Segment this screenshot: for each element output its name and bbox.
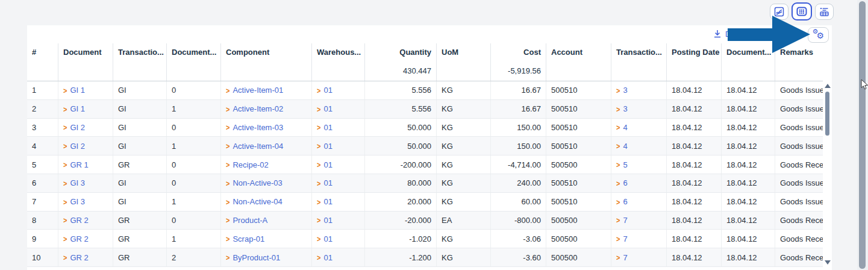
- cell-num: 2: [27, 100, 58, 118]
- component-link[interactable]: ByProduct-01: [233, 253, 280, 262]
- component-link[interactable]: Non-Active-04: [233, 197, 282, 206]
- cell-warehouse: >01: [312, 155, 365, 174]
- component-link[interactable]: Active-Item-01: [233, 86, 283, 95]
- document-link[interactable]: GI 3: [70, 178, 85, 187]
- warehouse-link[interactable]: 01: [323, 234, 332, 243]
- cell-warehouse: >01: [312, 81, 365, 99]
- warehouse-link[interactable]: 01: [323, 86, 332, 95]
- document-link[interactable]: GI 2: [70, 123, 85, 132]
- table-row: 2>GI 1GI1>Active-Item-02>015.556KG16.675…: [27, 100, 823, 119]
- column-header-uom[interactable]: UoM: [437, 43, 491, 61]
- cell-num: 6: [27, 174, 58, 192]
- chevron-right-icon: >: [317, 179, 320, 187]
- document-link[interactable]: GR 2: [70, 234, 88, 243]
- column-header-account[interactable]: Account: [546, 43, 611, 61]
- cell-cost: 16.67: [491, 100, 546, 118]
- document-link[interactable]: GR 1: [70, 160, 88, 169]
- document-link[interactable]: GR 2: [70, 253, 88, 262]
- trans_no-link[interactable]: 7: [623, 216, 627, 225]
- trans_no-link[interactable]: 4: [623, 142, 627, 151]
- settings-button[interactable]: ⚙⚙: [808, 27, 829, 43]
- chevron-right-icon: >: [317, 253, 320, 262]
- cell-document_date: 18.04.12: [722, 100, 775, 118]
- cell-doc_item: 0: [167, 212, 221, 230]
- page-scrollbar: [857, 0, 868, 270]
- warehouse-link[interactable]: 01: [323, 123, 332, 132]
- component-link[interactable]: Recipe-02: [233, 160, 268, 169]
- component-link[interactable]: Active-Item-03: [233, 123, 283, 132]
- table-scrollbar-thumb[interactable]: [825, 92, 829, 136]
- cell-component: >Active-Item-03: [221, 119, 312, 137]
- document-link[interactable]: GI 3: [70, 197, 85, 206]
- warehouse-link[interactable]: 01: [323, 216, 332, 225]
- cell-uom: KG: [437, 155, 491, 174]
- cell-cost: 150.00: [491, 137, 546, 155]
- document-link[interactable]: GI 2: [70, 142, 85, 151]
- warehouse-link[interactable]: 01: [323, 197, 332, 206]
- cell-posting_date: 18.04.12: [667, 212, 722, 230]
- trans_no-link[interactable]: 3: [623, 86, 627, 95]
- column-header-document[interactable]: Document: [58, 43, 113, 61]
- trans_no-link[interactable]: 4: [623, 123, 627, 132]
- trans_no-link[interactable]: 5: [623, 160, 627, 169]
- warehouse-link[interactable]: 01: [323, 178, 332, 187]
- column-header-trans_type[interactable]: Transactio...: [113, 43, 167, 61]
- cell-doc_item: 0: [167, 81, 221, 99]
- warehouse-link[interactable]: 01: [323, 142, 332, 151]
- column-header-warehouse[interactable]: Warehous...: [312, 43, 365, 61]
- chevron-right-icon: >: [63, 124, 67, 132]
- header-label-row: #DocumentTransactio...Document...Compone…: [27, 43, 823, 61]
- column-header-doc_item[interactable]: Document...: [167, 43, 221, 61]
- chevron-right-icon: >: [226, 234, 229, 243]
- document-link[interactable]: GI 1: [70, 86, 85, 95]
- column-header-remarks[interactable]: Remarks: [775, 43, 823, 61]
- column-header-component[interactable]: Component: [221, 43, 312, 61]
- column-header-posting_date[interactable]: Posting Date: [667, 43, 722, 61]
- line-chart-icon: [774, 7, 784, 17]
- cell-num: 5: [27, 155, 58, 174]
- chevron-right-icon: >: [63, 86, 67, 95]
- column-header-cost[interactable]: Cost: [491, 43, 546, 61]
- cell-component: >Scrap-01: [221, 230, 312, 248]
- trans_no-link[interactable]: 3: [623, 104, 627, 113]
- trans_no-link[interactable]: 7: [623, 234, 627, 243]
- trans_no-link[interactable]: 7: [623, 253, 627, 262]
- component-link[interactable]: Active-Item-04: [233, 142, 283, 151]
- cell-document_date: 18.04.12: [722, 137, 775, 155]
- warehouse-link[interactable]: 01: [323, 104, 332, 113]
- chevron-right-icon: >: [616, 124, 620, 132]
- column-header-document_date[interactable]: Document...: [722, 43, 775, 61]
- cell-uom: EA: [437, 212, 491, 230]
- chart-table-view-button[interactable]: [815, 4, 834, 20]
- cell-component: >ByProduct-01: [221, 248, 312, 266]
- table-header: #DocumentTransactio...Document...Compone…: [27, 43, 823, 81]
- component-link[interactable]: Scrap-01: [233, 234, 264, 243]
- component-link[interactable]: Product-A: [233, 216, 267, 225]
- trans_no-link[interactable]: 6: [623, 178, 627, 187]
- cell-trans_no: >3: [611, 100, 667, 118]
- scroll-up-arrow-icon[interactable]: [825, 84, 831, 88]
- warehouse-link[interactable]: 01: [323, 160, 332, 169]
- column-header-quantity[interactable]: Quantity: [365, 43, 437, 61]
- cell-document: >GI 2: [58, 137, 113, 155]
- chevron-right-icon: >: [63, 253, 67, 262]
- component-link[interactable]: Non-Active-03: [233, 178, 282, 187]
- page-scrollbar-thumb[interactable]: [859, 1, 866, 269]
- cell-trans_no: >7: [611, 230, 667, 248]
- trans_no-link[interactable]: 6: [623, 197, 627, 206]
- download-button[interactable]: Download: [713, 29, 760, 39]
- warehouse-link[interactable]: 01: [323, 253, 332, 262]
- document-link[interactable]: GI 1: [70, 104, 85, 113]
- component-link[interactable]: Active-Item-02: [233, 104, 283, 113]
- document-link[interactable]: GR 2: [70, 216, 88, 225]
- column-header-trans_no[interactable]: Transactio...: [611, 43, 667, 61]
- gears-icon: ⚙⚙: [813, 30, 825, 40]
- cell-trans_type: GR: [113, 155, 167, 174]
- cell-trans_type: GI: [113, 137, 167, 155]
- cell-document: >GR 1: [58, 155, 113, 174]
- column-header-num[interactable]: #: [27, 43, 58, 61]
- chart-view-button[interactable]: [770, 4, 788, 20]
- cell-warehouse: >01: [312, 248, 365, 266]
- table-view-button[interactable]: [792, 2, 812, 20]
- scroll-down-arrow-icon[interactable]: [825, 260, 831, 265]
